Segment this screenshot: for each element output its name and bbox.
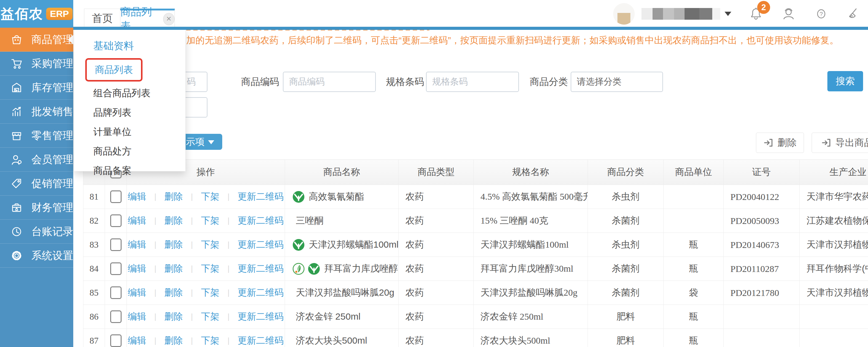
help-button[interactable]: ? xyxy=(813,6,829,22)
badge-slot xyxy=(292,190,305,203)
header-name: 商品名称 xyxy=(285,160,399,185)
table-row: 82 编辑| 删除| 下架| 更新二维码 三唑酮 农药 15% 三唑酮 40克 … xyxy=(84,209,868,233)
sidebar-item-wholesale[interactable]: 批发销售 xyxy=(0,100,73,124)
edit-link[interactable]: 编辑 xyxy=(128,310,146,323)
sidebar-item-ledger[interactable]: 台账记录 xyxy=(0,220,73,244)
update-qrcode-link[interactable]: 更新二维码 xyxy=(238,335,284,347)
notifications-button[interactable]: 2 xyxy=(748,6,764,22)
cert-number: PD20110287 xyxy=(724,257,800,281)
submenu-item-product-list-highlighted[interactable]: 商品列表 xyxy=(85,58,143,82)
row-checkbox[interactable] xyxy=(110,286,122,299)
submenu-item-combo-list[interactable]: 组合商品列表 xyxy=(93,83,185,103)
unlist-link[interactable]: 下架 xyxy=(201,239,219,251)
manufacturer: 江苏建农植物保… xyxy=(800,209,868,233)
row-number: 85 xyxy=(84,281,105,305)
person-icon xyxy=(781,6,796,22)
sidebar: 商品管理 采购管理 库存管理 批发销售 零售管理 会员管理 促销管理 财务管理 xyxy=(0,28,73,347)
delete-link[interactable]: 删除 xyxy=(164,262,183,275)
product-unit: 瓶 xyxy=(663,233,724,257)
header-unit: 商品单位 xyxy=(663,160,724,185)
product-unit: 瓶 xyxy=(663,329,724,347)
tab-close-icon[interactable]: × xyxy=(163,13,175,25)
manufacturer xyxy=(800,329,868,347)
product-name: 济农金锌 250ml xyxy=(296,310,361,323)
unlist-link[interactable]: 下架 xyxy=(201,190,219,203)
sidebar-item-purchase[interactable]: 采购管理 xyxy=(0,52,73,76)
cert-number: PD20040122 xyxy=(724,185,800,209)
row-number: 81 xyxy=(84,185,105,209)
svg-text:?: ? xyxy=(820,11,823,17)
export-products-button[interactable]: 导出商品 xyxy=(812,133,868,153)
user-menu[interactable] xyxy=(613,3,731,25)
main-content: 加的无追溯二维码农药，后续印制了二维码，可点击“更新二维码”，按页面提示重新扫码… xyxy=(73,30,868,347)
unlist-link[interactable]: 下架 xyxy=(201,286,219,299)
submenu-item-prescription[interactable]: 商品处方 xyxy=(93,141,185,161)
delete-link[interactable]: 删除 xyxy=(164,310,183,323)
product-type: 农药 xyxy=(399,185,474,209)
delete-link[interactable]: 删除 xyxy=(164,335,183,347)
delete-selected-button[interactable]: 删除 xyxy=(756,133,804,153)
delete-link[interactable]: 删除 xyxy=(164,190,183,203)
edit-link[interactable]: 编辑 xyxy=(128,335,146,347)
manufacturer: 拜耳作物科学(中… xyxy=(800,257,868,281)
row-checkbox[interactable] xyxy=(110,190,122,203)
support-button[interactable] xyxy=(781,6,797,22)
update-qrcode-link[interactable]: 更新二维码 xyxy=(238,310,284,323)
tab-home[interactable]: 首页 xyxy=(84,9,121,28)
unlist-link[interactable]: 下架 xyxy=(201,310,219,323)
barcode-input[interactable]: 规格条码 xyxy=(426,72,519,92)
product-type: 农药 xyxy=(399,233,474,257)
unlist-link[interactable]: 下架 xyxy=(201,214,219,227)
sidebar-item-promotion[interactable]: 促销管理 xyxy=(0,172,73,196)
product-category: 杀菌剂 xyxy=(588,281,663,305)
chevron-down-icon xyxy=(208,140,214,147)
row-number: 86 xyxy=(84,305,105,329)
update-qrcode-link[interactable]: 更新二维码 xyxy=(238,239,284,251)
row-checkbox[interactable] xyxy=(110,310,122,323)
user-name-redacted xyxy=(642,8,720,20)
update-qrcode-link[interactable]: 更新二维码 xyxy=(238,190,284,203)
sidebar-item-retail[interactable]: 零售管理 xyxy=(0,124,73,148)
sidebar-item-goods[interactable]: 商品管理 xyxy=(0,28,73,52)
row-checkbox[interactable] xyxy=(110,214,122,227)
submenu-item-units[interactable]: 计量单位 xyxy=(93,122,185,141)
product-unit: 瓶 xyxy=(663,257,724,281)
sidebar-item-finance[interactable]: 财务管理 xyxy=(0,196,73,220)
product-name: 拜耳富力库戊唑醇30ml xyxy=(324,262,399,275)
tab-product-list[interactable]: 商品列表 × xyxy=(120,9,175,28)
edit-link[interactable]: 编辑 xyxy=(128,190,146,203)
edit-link[interactable]: 编辑 xyxy=(128,214,146,227)
update-qrcode-link[interactable]: 更新二维码 xyxy=(238,286,284,299)
table-row: 83 编辑| 删除| 下架| 更新二维码 天津汉邦螺螨酯100ml 农药 天津汉… xyxy=(84,233,868,257)
unlist-link[interactable]: 下架 xyxy=(201,262,219,275)
product-name: 高效氯氰菊酯 xyxy=(309,190,364,203)
delete-link[interactable]: 删除 xyxy=(164,214,183,227)
update-qrcode-link[interactable]: 更新二维码 xyxy=(238,262,284,275)
edit-link[interactable]: 编辑 xyxy=(128,239,146,251)
edit-link[interactable]: 编辑 xyxy=(128,286,146,299)
submenu-item-brand-list[interactable]: 品牌列表 xyxy=(93,103,185,122)
submenu-item-filing[interactable]: 商品备案 xyxy=(93,161,185,180)
sku-input[interactable]: 商品编码 xyxy=(283,72,376,92)
sidebar-item-inventory[interactable]: 库存管理 xyxy=(0,76,73,100)
sidebar-item-members[interactable]: 会员管理 xyxy=(0,148,73,172)
delete-link[interactable]: 删除 xyxy=(164,286,183,299)
category-select[interactable]: 请选择分类 xyxy=(571,72,663,92)
row-checkbox[interactable] xyxy=(110,239,122,251)
row-checkbox[interactable] xyxy=(110,335,122,347)
delete-link[interactable]: 删除 xyxy=(164,239,183,251)
row-actions: 编辑| 删除| 下架| 更新二维码 xyxy=(127,262,284,275)
spec-name: 济农金锌 250ml xyxy=(474,305,588,329)
hidden-search-placeholder-fragment: 码 xyxy=(187,76,196,88)
sidebar-item-settings[interactable]: 系统设置 xyxy=(0,244,73,267)
table-row: 85 编辑| 删除| 下架| 更新二维码 天津汉邦盐酸吗啉胍20g 农药 天津汉… xyxy=(84,281,868,305)
search-button[interactable]: 搜索 xyxy=(827,71,863,91)
store-icon xyxy=(10,129,23,143)
clear-cache-button[interactable] xyxy=(846,6,862,22)
edit-link[interactable]: 编辑 xyxy=(128,262,146,275)
app-logo[interactable]: 益佰农 ERP xyxy=(0,0,73,28)
sku-label: 商品编码： xyxy=(241,72,289,92)
row-checkbox[interactable] xyxy=(110,262,122,275)
update-qrcode-link[interactable]: 更新二维码 xyxy=(238,214,284,227)
unlist-link[interactable]: 下架 xyxy=(201,335,219,347)
